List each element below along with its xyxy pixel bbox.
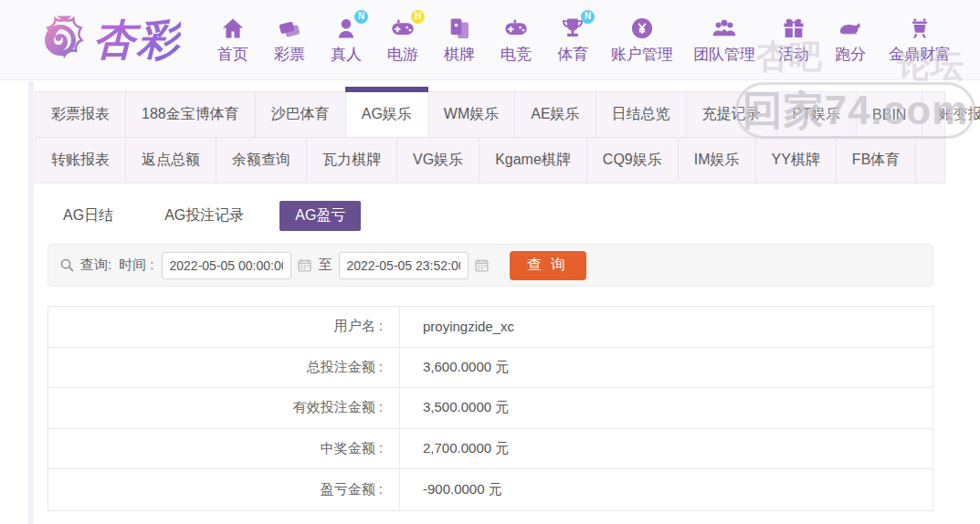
nav-item-live[interactable]: N 真人 [328,16,364,65]
row-value: -900.0000 元 [400,469,933,510]
tab-zhangbian-baobiao[interactable]: 账变报表 [922,92,980,137]
site-logo[interactable]: 杏彩 [31,11,181,69]
tab-zhuanzhang-baobiao[interactable]: 转账报表 [36,138,126,183]
nav-item-promotions[interactable]: 活动 [775,16,812,65]
row-label: 中奖金额 : [48,429,400,469]
live-dealer-icon: N [333,16,359,41]
row-label: 有效投注金额 : [48,388,400,428]
tab-wm-yule[interactable]: WM娱乐 [428,92,515,137]
nav-item-lottery[interactable]: 彩票 [271,16,308,65]
tab-pt-yule[interactable]: PT娱乐 [777,92,857,137]
logo-flower-icon [31,11,90,69]
tab-im-yule[interactable]: IM娱乐 [679,138,756,183]
search-icon [59,257,75,273]
nav-item-paofen[interactable]: 跑分 [832,16,869,65]
subtab-ag-rijie[interactable]: AG日结 [47,201,129,231]
top-header: 杏彩 首页 彩票 N [0,0,980,80]
tab-fb-tiyu[interactable]: FB体育 [837,138,916,183]
sports-badge: N [581,10,595,24]
row-value: proyingzide_xc [400,307,933,347]
table-row-username: 用户名 : proyingzide_xc [48,307,933,348]
left-accent-strip [28,81,34,524]
logo-text: 杏彩 [93,12,181,68]
table-row-winnings: 中奖金额 : 2,700.0000 元 [48,429,933,470]
query-button[interactable]: 查 询 [510,251,586,280]
nav-item-boardgames[interactable]: 棋牌 [441,16,478,65]
gamepad-icon: H [390,16,416,41]
tab-yue-chaxun[interactable]: 余额查询 [216,138,307,183]
home-icon [220,16,246,41]
subtab-ag-touzhu-jilu[interactable]: AG投注记录 [149,201,259,231]
row-value: 3,600.0000 元 [400,348,933,388]
tab-caipiao-baobiao[interactable]: 彩票报表 [36,92,126,137]
report-tabrow-1: 彩票报表 188金宝博体育 沙巴体育 AG娱乐 WM娱乐 AE娱乐 日结总览 充… [36,92,944,137]
ticket-icon [277,16,302,41]
row-value: 2,700.0000 元 [400,429,933,469]
nav-item-team-management[interactable]: 团队管理 [693,16,755,65]
query-form: 查询: 时间 : 至 查 询 [47,244,933,287]
tab-ag-yule[interactable]: AG娱乐 [346,92,428,137]
tab-chongti-jilu[interactable]: 充提记录 [687,92,777,137]
table-row-total-bet: 总投注金额 : 3,600.0000 元 [48,348,933,389]
tab-yy-qipai[interactable]: YY棋牌 [756,138,837,183]
calendar-icon-end[interactable] [474,257,490,273]
start-time-input[interactable] [162,252,291,279]
tab-shaba-tiyu[interactable]: 沙巴体育 [256,92,346,137]
nav-item-account-management[interactable]: 账户管理 [611,16,673,65]
nav-item-jinding-wealth[interactable]: 金鼎财富 [889,16,951,65]
cards-icon [447,16,472,41]
rhino-icon [838,16,863,41]
esports-gamepad-icon [503,16,529,41]
profit-loss-table: 用户名 : proyingzide_xc 总投注金额 : 3,600.0000 … [47,306,933,511]
nav-item-home[interactable]: 首页 [215,16,251,65]
row-label: 盈亏金额 : [48,469,400,510]
tab-fandian-zonge[interactable]: 返点总额 [126,138,216,183]
report-tabrow-2: 转账报表 返点总额 余额查询 瓦力棋牌 VG娱乐 Kgame棋牌 CQ9娱乐 I… [36,137,944,183]
nav-item-egames[interactable]: H 电游 [385,16,421,65]
table-row-profit-loss: 盈亏金额 : -900.0000 元 [48,469,933,510]
row-label: 用户名 : [48,307,400,347]
nav-item-sports[interactable]: N 体育 [554,16,591,65]
row-label: 总投注金额 : [48,348,400,388]
report-tabstrip: 彩票报表 188金宝博体育 沙巴体育 AG娱乐 WM娱乐 AE娱乐 日结总览 充… [35,91,945,183]
to-label: 至 [319,257,332,274]
tab-vg-yule[interactable]: VG娱乐 [397,138,479,183]
calendar-icon-start[interactable] [297,257,312,273]
row-value: 3,500.0000 元 [400,388,933,428]
time-label: 时间 : [119,257,153,274]
table-row-valid-bet: 有效投注金额 : 3,500.0000 元 [48,388,933,429]
tab-wali-qipai[interactable]: 瓦力棋牌 [307,138,397,183]
live-badge: N [354,10,368,24]
trophy-icon: N [560,16,585,41]
nav-item-esports[interactable]: 电竞 [498,16,534,65]
coin-yuan-icon [629,16,655,41]
gift-icon [781,16,806,41]
subtab-ag-yingkui[interactable]: AG盈亏 [279,201,361,231]
main-nav: 首页 彩票 N 真人 [205,16,961,65]
ding-cauldron-icon [907,16,933,41]
tab-bbin[interactable]: BBIN [857,92,922,137]
end-time-input[interactable] [339,252,469,279]
query-label: 查询: [80,257,111,274]
team-icon [711,16,737,41]
tab-rijie-zonglan[interactable]: 日结总览 [596,92,687,137]
tab-kgame-qipai[interactable]: Kgame棋牌 [479,138,587,183]
tab-ae-yule[interactable]: AE娱乐 [515,92,595,137]
tab-188-jinbaobo-tiyu[interactable]: 188金宝博体育 [126,92,256,137]
tab-cq9-yule[interactable]: CQ9娱乐 [587,138,679,183]
ag-subtabs: AG日结 AG投注记录 AG盈亏 [47,201,980,231]
egames-badge: H [411,10,425,24]
